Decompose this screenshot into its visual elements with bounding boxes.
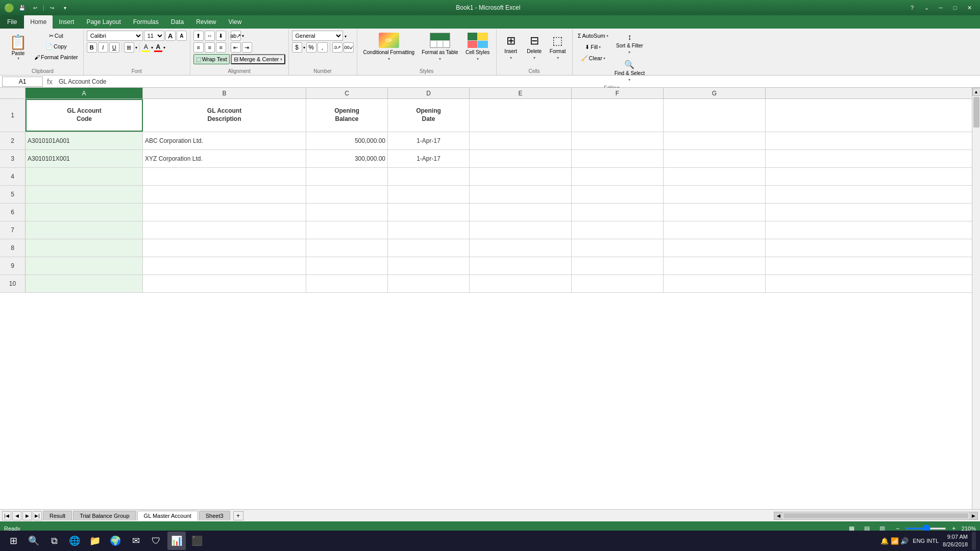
cell-d4[interactable]: [388, 168, 470, 185]
cell-f10[interactable]: [572, 275, 664, 292]
start-button[interactable]: ⊞: [4, 532, 22, 550]
formula-content[interactable]: GL Account Code: [57, 78, 978, 85]
font-color-dropdown-icon[interactable]: ▾: [163, 45, 165, 50]
cell-c7[interactable]: [306, 221, 388, 239]
tab-insert[interactable]: Insert: [53, 15, 80, 29]
cell-c6[interactable]: [306, 204, 388, 221]
cell-g9[interactable]: [664, 257, 766, 274]
orientation-dropdown-icon[interactable]: ▾: [242, 34, 244, 38]
cell-g2[interactable]: [664, 132, 766, 149]
h-scroll-thumb[interactable]: [783, 513, 968, 518]
cell-a5[interactable]: [26, 186, 143, 203]
cell-f8[interactable]: [572, 239, 664, 257]
cell-c8[interactable]: [306, 239, 388, 257]
cell-g8[interactable]: [664, 239, 766, 257]
first-sheet-btn[interactable]: |◀: [2, 511, 11, 520]
align-left-button[interactable]: ≡: [193, 42, 204, 53]
cell-c1[interactable]: OpeningBalance: [306, 99, 388, 132]
col-header-a[interactable]: A: [26, 88, 143, 98]
merge-center-button[interactable]: ⊟ Merge & Center ▾: [231, 54, 285, 64]
increase-indent-button[interactable]: ⇥: [242, 42, 252, 53]
align-bottom-button[interactable]: ⬇: [216, 31, 226, 41]
fill-color-button[interactable]: A: [142, 43, 150, 52]
increase-font-button[interactable]: A: [165, 31, 176, 41]
cell-e9[interactable]: [470, 257, 572, 274]
row-number-1[interactable]: 1: [0, 99, 26, 132]
cell-d8[interactable]: [388, 239, 470, 257]
cell-f7[interactable]: [572, 221, 664, 239]
font-size-select[interactable]: 11: [144, 31, 164, 41]
tab-review[interactable]: Review: [190, 15, 222, 29]
mail-button[interactable]: ✉: [127, 532, 145, 550]
customize-btn[interactable]: ▾: [60, 3, 71, 13]
cell-e5[interactable]: [470, 186, 572, 203]
cell-f5[interactable]: [572, 186, 664, 203]
format-as-table-button[interactable]: Format as Table ▾: [419, 31, 461, 63]
col-header-d[interactable]: D: [388, 88, 470, 98]
align-center-button[interactable]: ≡: [205, 42, 215, 53]
cell-f2[interactable]: [572, 132, 664, 149]
redo-btn[interactable]: ↪: [46, 3, 58, 13]
cell-f6[interactable]: [572, 204, 664, 221]
decrease-font-button[interactable]: A: [177, 31, 187, 41]
next-sheet-btn[interactable]: ▶: [22, 511, 32, 520]
cell-g3[interactable]: [664, 150, 766, 167]
row-number-5[interactable]: 5: [0, 186, 26, 203]
cell-d7[interactable]: [388, 221, 470, 239]
cell-d10[interactable]: [388, 275, 470, 292]
close-btn[interactable]: ✕: [963, 3, 976, 13]
align-middle-button[interactable]: ↔: [205, 31, 215, 41]
undo-btn[interactable]: ↩: [30, 3, 41, 13]
sheet-tab-trial-balance[interactable]: Trial Balance Group: [73, 511, 136, 520]
borders-button[interactable]: ⊞: [124, 42, 134, 53]
format-painter-button[interactable]: 🖌 Format Painter: [32, 52, 80, 62]
cell-d3[interactable]: 1-Apr-17: [388, 150, 470, 167]
scroll-right-btn[interactable]: ▶: [969, 512, 977, 519]
tab-view[interactable]: View: [223, 15, 248, 29]
italic-button[interactable]: I: [98, 42, 108, 53]
cell-d1[interactable]: OpeningDate: [388, 99, 470, 132]
cell-e7[interactable]: [470, 221, 572, 239]
cell-b1[interactable]: GL AccountDescription: [143, 99, 306, 132]
cell-e10[interactable]: [470, 275, 572, 292]
ribbon-toggle-btn[interactable]: ⌄: [920, 3, 933, 13]
cell-a6[interactable]: [26, 204, 143, 221]
row-number-3[interactable]: 3: [0, 150, 26, 167]
increase-decimal-button[interactable]: .0↗: [332, 42, 342, 53]
col-header-e[interactable]: E: [470, 88, 572, 98]
row-number-4[interactable]: 4: [0, 168, 26, 185]
maximize-btn[interactable]: □: [948, 3, 962, 13]
cell-d2[interactable]: 1-Apr-17: [388, 132, 470, 149]
cell-f4[interactable]: [572, 168, 664, 185]
align-top-button[interactable]: ⬆: [193, 31, 204, 41]
explorer-button[interactable]: 📁: [86, 532, 104, 550]
row-number-9[interactable]: 9: [0, 257, 26, 274]
tab-home[interactable]: Home: [24, 15, 53, 29]
scroll-thumb[interactable]: [973, 97, 979, 128]
cell-e3[interactable]: [470, 150, 572, 167]
row-number-6[interactable]: 6: [0, 204, 26, 221]
cell-d5[interactable]: [388, 186, 470, 203]
cell-b7[interactable]: [143, 221, 306, 239]
font-name-select[interactable]: Calibri: [87, 31, 143, 41]
cell-b10[interactable]: [143, 275, 306, 292]
zoom-slider[interactable]: [905, 528, 946, 530]
copy-button[interactable]: 📄 Copy: [32, 41, 80, 52]
vertical-scrollbar[interactable]: ▲: [972, 88, 980, 509]
sheet-tab-sheet3[interactable]: Sheet3: [199, 511, 230, 520]
fill-button[interactable]: ⬇ Fill ▾: [576, 42, 610, 52]
cell-b4[interactable]: [143, 168, 306, 185]
search-button[interactable]: 🔍: [24, 532, 43, 550]
percent-button[interactable]: %: [306, 42, 316, 53]
currency-button[interactable]: $: [292, 42, 302, 53]
task-view-button[interactable]: ⧉: [45, 532, 63, 550]
decrease-decimal-button[interactable]: .00↙: [344, 42, 354, 53]
underline-button[interactable]: U: [109, 42, 119, 53]
col-header-f[interactable]: F: [572, 88, 664, 98]
cell-b5[interactable]: [143, 186, 306, 203]
row-number-10[interactable]: 10: [0, 275, 26, 292]
cell-a2[interactable]: A3010101A001: [26, 132, 143, 149]
edge-button[interactable]: 🌐: [65, 532, 84, 550]
cell-d9[interactable]: [388, 257, 470, 274]
cell-e4[interactable]: [470, 168, 572, 185]
